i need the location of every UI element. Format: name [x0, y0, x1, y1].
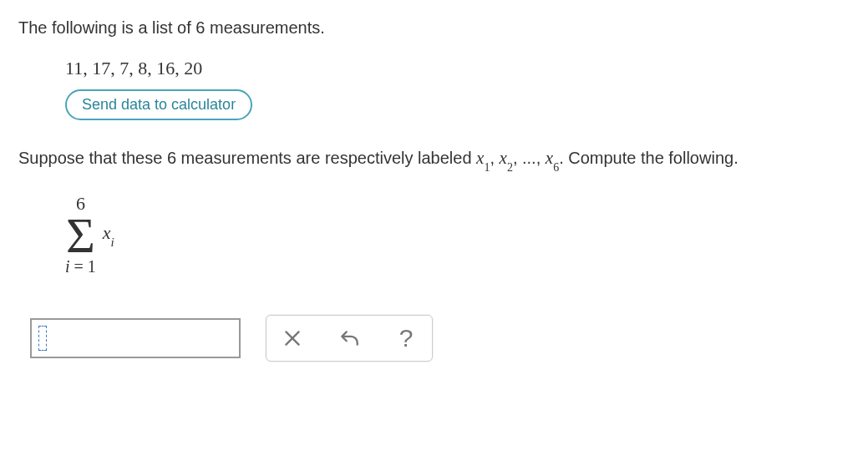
question-mark-glyph: ?	[399, 326, 414, 351]
instruction-text: Suppose that these 6 measurements are re…	[18, 145, 850, 173]
sigma-term: xi	[103, 222, 114, 246]
help-icon[interactable]: ?	[395, 327, 417, 349]
sigma-symbol: Σ	[66, 213, 95, 258]
undo-icon[interactable]	[338, 327, 360, 349]
var-x-2: x	[500, 148, 507, 168]
comma-2: , ...,	[513, 149, 546, 167]
comma-1: ,	[490, 149, 499, 167]
answer-input[interactable]	[30, 318, 241, 358]
sigma-lower-limit: i = 1	[65, 258, 96, 275]
sub-6: 6	[553, 161, 559, 174]
var-x-6: x	[546, 148, 553, 168]
answer-row: ?	[18, 315, 850, 362]
intro-text: The following is a list of 6 measurement…	[18, 18, 850, 38]
instruction-post: . Compute the following.	[559, 149, 739, 167]
reset-icon[interactable]	[282, 327, 303, 349]
measurement-values: 11, 17, 7, 8, 16, 20	[65, 58, 850, 79]
action-toolbar: ?	[266, 315, 433, 362]
sigma-expression: 6 Σ i = 1 xi	[18, 195, 850, 275]
instruction-pre: Suppose that these 6 measurements are re…	[18, 149, 476, 167]
input-cursor	[38, 326, 47, 351]
sub-2: 2	[507, 161, 513, 174]
data-section: 11, 17, 7, 8, 16, 20 Send data to calcul…	[18, 58, 850, 120]
send-data-button[interactable]: Send data to calculator	[65, 89, 252, 120]
sub-1: 1	[484, 161, 490, 174]
